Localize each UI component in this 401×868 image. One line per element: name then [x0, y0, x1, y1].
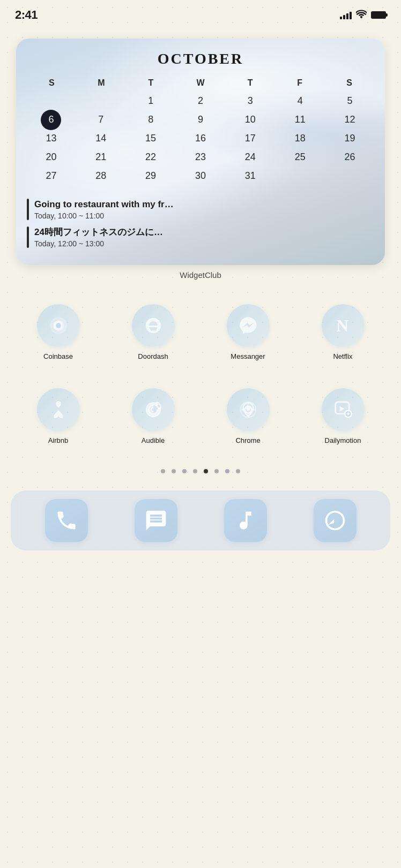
app-label-dailymotion: Dailymotion: [325, 436, 361, 444]
event-item[interactable]: Going to restaurant with my fr… Today, 1…: [27, 199, 374, 220]
dock-icon-safari[interactable]: [314, 499, 357, 542]
event-item[interactable]: 24時間フィットネスのジムに… Today, 12:00 ~ 13:00: [27, 227, 374, 248]
dailymotion-icon: [322, 388, 365, 431]
messages-icon: [144, 509, 168, 532]
calendar-header: OCTOBER: [16, 39, 385, 72]
app-label-airbnb: Airbnb: [48, 436, 69, 444]
app-label-netflix: Netflix: [333, 352, 352, 360]
event-time: Today, 10:00 ~ 11:00: [34, 212, 174, 220]
page-dot-8[interactable]: [236, 469, 240, 473]
app-label-doordash: Doordash: [138, 352, 168, 360]
event-title: Going to restaurant with my fr…: [34, 199, 174, 210]
page-dot-6[interactable]: [214, 469, 219, 473]
event-content: 24時間フィットネスのジムに… Today, 12:00 ~ 13:00: [34, 227, 163, 248]
page-dot-2[interactable]: [172, 469, 176, 473]
event-content: Going to restaurant with my fr… Today, 1…: [34, 199, 174, 220]
svg-text:N: N: [336, 316, 348, 335]
page-dot-5[interactable]: [204, 469, 208, 473]
svg-point-8: [246, 406, 250, 410]
dock: [11, 490, 390, 550]
event-bar: [27, 199, 29, 220]
phone-icon: [55, 509, 78, 532]
dock-icon-phone[interactable]: [45, 499, 88, 542]
page-dot-4[interactable]: [193, 469, 197, 473]
calendar-widget[interactable]: OCTOBER S M T W T F S 1 2 3 4 5 6 7 8 9 …: [16, 39, 385, 265]
event-time: Today, 12:00 ~ 13:00: [34, 239, 163, 248]
app-item-messenger[interactable]: Messanger: [200, 296, 295, 369]
app-item-doordash[interactable]: Doordash: [106, 296, 200, 369]
signal-icon: [340, 11, 352, 19]
status-time: 2:41: [15, 8, 38, 22]
event-title: 24時間フィットネスのジムに…: [34, 227, 163, 238]
page-dot-7[interactable]: [225, 469, 229, 473]
calendar-events: Going to restaurant with my fr… Today, 1…: [16, 193, 385, 265]
page-dots: [0, 458, 401, 486]
app-label-coinbase: Coinbase: [43, 352, 73, 360]
music-icon: [234, 509, 257, 532]
calendar-month: OCTOBER: [27, 50, 374, 67]
coinbase-icon: [37, 304, 80, 347]
wifi-icon: [356, 10, 367, 20]
messenger-icon: [227, 304, 270, 347]
doordash-icon: [132, 304, 175, 347]
app-label-audible: Audible: [142, 436, 165, 444]
app-item-netflix[interactable]: N Netflix: [295, 296, 390, 369]
app-item-audible[interactable]: Audible: [106, 380, 200, 453]
calendar-grid: S M T W T F S 1 2 3 4 5 6 7 8 9 10 11 12: [16, 72, 385, 193]
app-label-chrome: Chrome: [235, 436, 260, 444]
svg-point-4: [155, 402, 161, 409]
dock-icon-music[interactable]: [224, 499, 267, 542]
airbnb-icon: [37, 388, 80, 431]
app-label-messenger: Messanger: [231, 352, 265, 360]
app-grid-row1: Coinbase Doordash Messanger N Netflix: [0, 290, 401, 374]
battery-icon: [371, 11, 386, 19]
page-dot-1[interactable]: [161, 469, 165, 473]
app-item-chrome[interactable]: Chrome: [200, 380, 295, 453]
app-item-coinbase[interactable]: Coinbase: [11, 296, 106, 369]
event-bar: [27, 227, 29, 248]
dock-icon-messages[interactable]: [135, 499, 177, 542]
app-grid-row2: Airbnb Audible Chrome: [0, 374, 401, 458]
chrome-icon: [227, 388, 270, 431]
netflix-icon: N: [322, 304, 365, 347]
app-item-dailymotion[interactable]: Dailymotion: [295, 380, 390, 453]
audible-icon: [132, 388, 175, 431]
widget-club-label: WidgetClub: [0, 270, 401, 280]
svg-point-2: [56, 323, 61, 328]
calendar-weekdays: S M T W T F S: [27, 76, 374, 90]
svg-point-11: [326, 512, 344, 530]
calendar-days: 1 2 3 4 5 6 7 8 9 10 11 12 13 14 15 16 1…: [27, 92, 374, 185]
status-bar: 2:41: [0, 0, 401, 28]
safari-icon: [323, 509, 347, 532]
page-dot-3[interactable]: [182, 469, 187, 473]
status-icons: [340, 10, 386, 20]
app-item-airbnb[interactable]: Airbnb: [11, 380, 106, 453]
